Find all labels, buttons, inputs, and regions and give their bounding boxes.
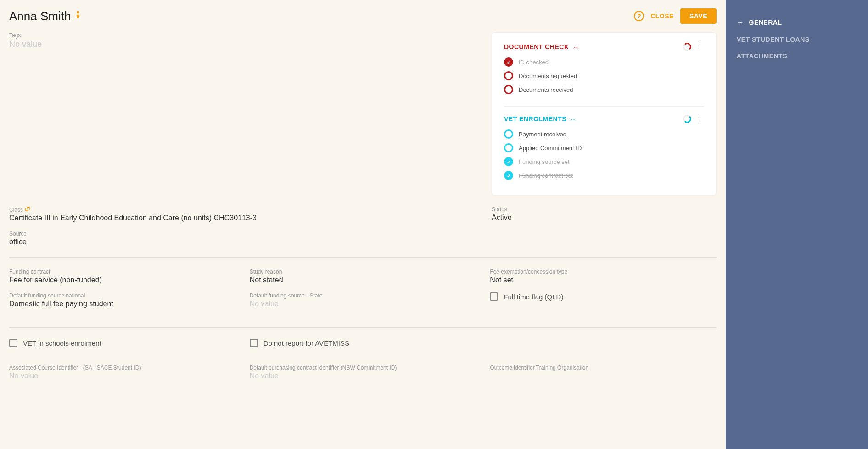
checklist-item: Applied Commitment ID [504,143,704,152]
status-label: Status [492,206,717,213]
fee-exemption-label: Fee exemption/concession type [490,269,717,275]
checklist-item: Funding contract set [504,171,704,180]
checklist-vet-enrolments: VET ENROLMENTS ︿ ⋮ Payment received [504,115,704,180]
checklist-item-label: Funding contract set [519,172,573,179]
funding-contract-value[interactable]: Fee for service (non-funded) [9,276,236,284]
checklist-title: VET ENROLMENTS [504,115,566,123]
assoc-course-label: Associated Course Identifier - (SA - SAC… [9,365,236,371]
main-content: Anna Smith ? CLOSE SAVE Tags No value [0,0,726,449]
progress-spinner-icon [683,43,691,51]
checklist-item: Funding source set [504,157,704,166]
study-reason-label: Study reason [250,269,476,275]
check-circle-icon[interactable] [504,129,513,139]
check-circle-icon[interactable] [504,171,513,180]
vet-schools-label: VET in schools enrolment [23,339,101,347]
divider [9,327,717,328]
no-avetmiss-label: Do not report for AVETMISS [263,339,349,347]
checklist-title: DOCUMENT CHECK [504,43,569,51]
chevron-up-icon: ︿ [570,115,577,123]
checklist-document-check: DOCUMENT CHECK ︿ ⋮ ID checked [504,43,704,94]
class-value[interactable]: Certificate III in Early Childhood Educa… [9,214,478,222]
checklist-item: Payment received [504,129,704,139]
full-time-flag-checkbox[interactable] [490,292,498,301]
source-value[interactable]: office [9,238,717,246]
checklist-item: ID checked [504,57,704,67]
save-button[interactable]: SAVE [680,8,717,24]
close-button[interactable]: CLOSE [650,12,674,20]
sidebar-item-general[interactable]: → GENERAL [737,14,857,31]
checklist-item-label: Payment received [519,131,566,138]
header: Anna Smith ? CLOSE SAVE [9,8,717,24]
checklist-item-label: ID checked [519,59,549,66]
help-icon[interactable]: ? [634,11,644,21]
divider [504,106,704,107]
fee-exemption-value[interactable]: Not set [490,276,717,284]
checklist-item-label: Funding source set [519,158,570,165]
purchasing-contract-value[interactable]: No value [250,372,476,380]
svg-point-0 [77,11,79,13]
sidebar-item-vet-student-loans[interactable]: VET STUDENT LOANS [737,31,857,48]
default-funding-state-label: Default funding source - State [250,292,476,299]
checklist-item-label: Documents received [519,86,573,93]
assoc-course-value[interactable]: No value [9,372,236,380]
external-link-icon[interactable] [25,206,30,213]
check-circle-icon[interactable] [504,157,513,166]
purchasing-contract-label: Default purchasing contract identifier (… [250,365,476,371]
outcome-identifier-label: Outcome identifier Training Organisation [490,365,717,371]
sidebar-item-label: GENERAL [749,19,782,26]
tags-value[interactable]: No value [9,39,481,49]
vet-schools-checkbox[interactable] [9,339,17,347]
check-circle-icon[interactable] [504,143,513,152]
sidebar-item-attachments[interactable]: ATTACHMENTS [737,48,857,64]
checklists-panel: DOCUMENT CHECK ︿ ⋮ ID checked [492,32,717,195]
status-value[interactable]: Active [492,213,717,222]
check-circle-icon[interactable] [504,57,513,67]
default-funding-national-value[interactable]: Domestic full fee paying student [9,300,236,308]
checklist-item: Documents received [504,85,704,94]
progress-spinner-icon [683,115,691,123]
arrow-right-icon: → [737,18,745,27]
page-title: Anna Smith [9,9,71,23]
checklist-toggle[interactable]: VET ENROLMENTS ︿ [504,115,577,123]
divider [9,257,717,258]
checklist-item: Documents requested [504,71,704,80]
default-funding-state-value[interactable]: No value [250,300,476,308]
check-circle-icon[interactable] [504,71,513,80]
checklist-item-label: Documents requested [519,73,577,79]
checklist-item-label: Applied Commitment ID [519,145,582,152]
tags-label: Tags [9,32,481,39]
chevron-up-icon: ︿ [573,43,579,51]
sidebar-item-label: ATTACHMENTS [737,52,787,60]
checklist-toggle[interactable]: DOCUMENT CHECK ︿ [504,43,579,51]
class-label: Class [9,206,478,213]
check-circle-icon[interactable] [504,85,513,94]
default-funding-national-label: Default funding source national [9,292,236,299]
full-time-flag-label: Full time flag (QLD) [504,293,563,301]
funding-contract-label: Funding contract [9,269,236,275]
source-label: Source [9,230,717,237]
sidebar-item-label: VET STUDENT LOANS [737,36,810,43]
no-avetmiss-checkbox[interactable] [250,339,258,347]
study-reason-value[interactable]: Not stated [250,276,476,284]
person-icon [74,11,82,22]
sidebar: → GENERAL VET STUDENT LOANS ATTACHMENTS [726,0,868,449]
